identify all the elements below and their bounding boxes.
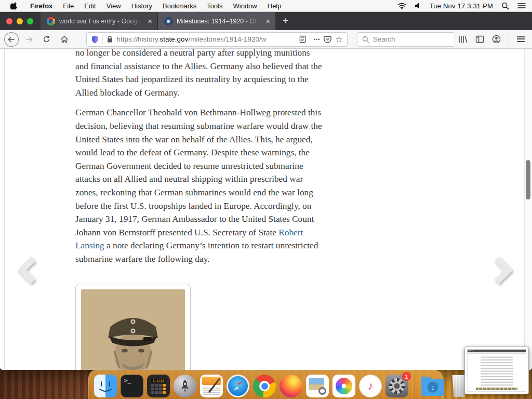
forward-button[interactable] (22, 32, 36, 47)
dock-finder-icon[interactable] (94, 375, 117, 397)
search-icon (362, 36, 369, 43)
dock-calculator-icon[interactable]: 3.1415 (147, 375, 170, 397)
next-page-chevron[interactable] (491, 256, 515, 285)
bookmark-star-icon[interactable]: ☆ (335, 35, 342, 44)
menubar-item-help[interactable]: Help (262, 2, 287, 10)
spotlight-search-icon[interactable] (501, 2, 509, 10)
content-divider (4, 49, 5, 370)
search-placeholder: Search (373, 35, 395, 43)
page-actions-icon[interactable]: ••• (314, 37, 320, 42)
firefox-window: world war I us entry - Google Se × Miles… (0, 12, 532, 370)
menubar-item-file[interactable]: File (58, 2, 79, 10)
tab-bar: world war I us entry - Google Se × Miles… (0, 12, 532, 30)
portrait-image (81, 289, 185, 370)
navigation-toolbar: https://history.state.gov/milestones/191… (0, 30, 532, 49)
library-icon[interactable] (458, 35, 468, 44)
tab-title: Milestones: 1914–1920 - Office (177, 18, 260, 25)
paragraph: German Chancellor Theobald von Bethmann-… (75, 106, 323, 265)
google-favicon-icon (47, 17, 55, 25)
menu-bar: Firefox File Edit View History Bookmarks… (0, 0, 532, 12)
menubar-item-tools[interactable]: Tools (202, 2, 228, 10)
scrollbar-track[interactable] (524, 49, 532, 370)
notification-badge: 1 (402, 372, 411, 381)
menubar-item-edit[interactable]: Edit (79, 2, 101, 10)
article-text: no longer be considered a neutral party … (75, 49, 323, 273)
menubar-item-firefox[interactable]: Firefox (25, 2, 58, 10)
state-department-seal-favicon-icon (164, 17, 172, 25)
tab-title: world war I us entry - Google Se (59, 18, 142, 25)
menubar-item-bookmarks[interactable]: Bookmarks (157, 2, 202, 10)
pocket-icon[interactable] (324, 35, 331, 43)
tab-milestones[interactable]: Milestones: 1914–1920 - Office × (158, 12, 275, 30)
dock-terminal-icon[interactable]: >_ (121, 375, 143, 397)
tab-close-icon[interactable]: × (147, 17, 153, 25)
dock-photos-icon[interactable] (332, 375, 355, 397)
minimize-window-button[interactable] (17, 18, 23, 24)
https-lock-icon[interactable] (107, 35, 113, 43)
dock-downloads-folder-icon[interactable]: ↓ (421, 375, 444, 397)
reload-icon[interactable] (39, 32, 54, 47)
menubar-item-window[interactable]: Window (228, 2, 262, 10)
page-content: no longer be considered a neutral party … (0, 49, 532, 370)
dock-system-preferences-icon[interactable]: 1 (385, 375, 408, 397)
volume-icon[interactable] (415, 3, 421, 9)
close-window-button[interactable] (6, 18, 12, 24)
paragraph: no longer be considered a neutral party … (75, 49, 323, 99)
home-icon[interactable] (57, 32, 72, 47)
tracking-protection-shield-icon[interactable] (91, 35, 99, 44)
tab-google-search[interactable]: world war I us entry - Google Se × (41, 12, 158, 30)
notification-center-icon[interactable] (517, 3, 526, 9)
scrollbar-thumb[interactable] (526, 160, 530, 200)
window-controls (0, 12, 41, 30)
dock-firefox-icon[interactable] (280, 375, 302, 397)
sidebar-toggle-icon[interactable] (475, 35, 484, 43)
portrait-image-card[interactable] (75, 284, 191, 370)
account-icon[interactable] (492, 35, 501, 44)
dock-launchpad-icon[interactable] (174, 375, 196, 397)
dock: >_ 3.1415 ♪ 1 ↓ (88, 370, 443, 399)
tab-close-icon[interactable]: × (264, 17, 271, 25)
menu-hamburger-icon[interactable] (517, 36, 525, 42)
dock-preview-icon[interactable] (306, 375, 329, 397)
url-text: https://history.state.gov/milestones/191… (117, 35, 296, 43)
dock-pages-icon[interactable] (200, 375, 223, 397)
dock-safari-icon[interactable] (227, 375, 249, 397)
dock-itunes-icon[interactable]: ♪ (359, 375, 382, 397)
menubar-item-view[interactable]: View (101, 2, 126, 10)
dock-separator (415, 374, 415, 398)
wifi-icon[interactable] (397, 3, 406, 9)
menubar-clock[interactable]: Tue Nov 17 3:31 PM (430, 2, 493, 10)
reader-view-icon[interactable] (299, 35, 306, 43)
menubar-item-history[interactable]: History (126, 2, 157, 10)
screenshot-thumbnail[interactable] (464, 347, 529, 394)
zoom-window-button[interactable] (27, 18, 33, 24)
dock-chrome-icon[interactable] (253, 375, 276, 397)
svg-text:3.1415: 3.1415 (153, 379, 164, 382)
new-tab-button[interactable]: + (275, 12, 296, 30)
previous-page-chevron[interactable] (15, 256, 38, 285)
back-button[interactable] (4, 32, 19, 47)
search-bar[interactable]: Search (357, 32, 455, 47)
apple-menu-icon[interactable] (10, 2, 18, 10)
toolbar-right-icons (458, 34, 528, 45)
url-address-bar[interactable]: https://history.state.gov/milestones/191… (86, 32, 348, 47)
